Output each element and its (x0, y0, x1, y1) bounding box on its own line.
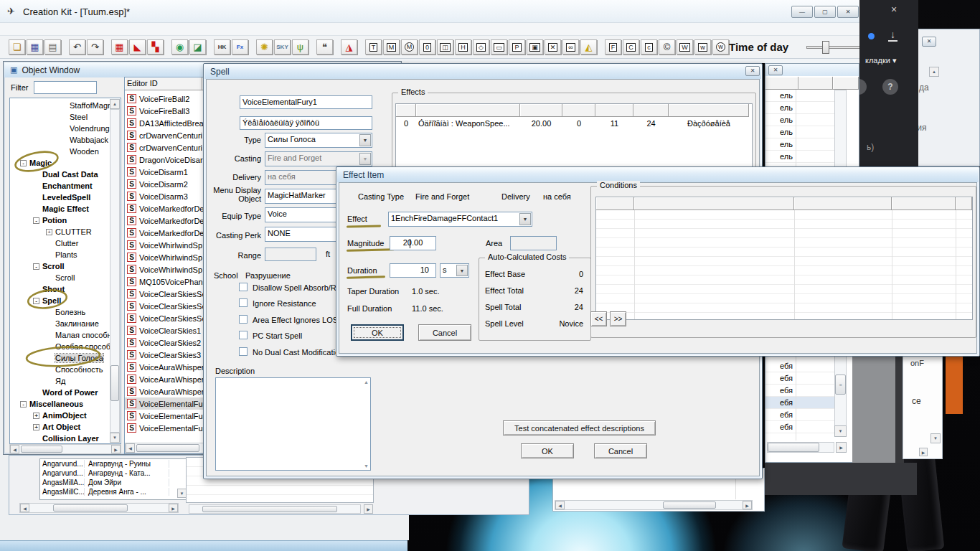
effect-dropdown[interactable]: 1EnchFireDamageFFContact1▼ (388, 212, 532, 227)
duration-unit-dropdown[interactable]: s▼ (440, 263, 469, 278)
column-header[interactable] (416, 104, 520, 117)
tree-item[interactable]: +AnimObject (10, 410, 121, 421)
tree-expander-icon[interactable]: + (46, 229, 52, 235)
disallow-absorb-checkbox[interactable] (239, 283, 248, 291)
scroll-right-icon[interactable]: ▶ (111, 445, 121, 453)
ignore-resistance-checkbox[interactable] (239, 298, 248, 307)
column-header[interactable] (396, 104, 416, 117)
scrollbar-thumb[interactable] (202, 506, 337, 512)
menu-item[interactable] (83, 29, 99, 30)
close-icon[interactable]: ✕ (745, 66, 760, 76)
tree-expander-icon[interactable]: - (33, 298, 39, 304)
dialogue-icon[interactable]: ❝ (316, 39, 333, 55)
cell-row[interactable]: Angarvund...Ангарвунд - Руины (40, 459, 188, 468)
zero-weight-icon[interactable]: 0 (419, 39, 435, 55)
cube-w-icon[interactable]: w (694, 39, 711, 55)
door-teleport-icon[interactable]: H (455, 39, 471, 55)
cancel-button[interactable]: Cancel (594, 443, 647, 458)
room-marker-icon[interactable]: ▭ (491, 39, 507, 55)
effect-row[interactable]: 0 Óäříĩăíàì : WeaponSpee... 20.00 0 11 2… (396, 117, 752, 129)
tree-item[interactable]: -Spell (10, 295, 121, 306)
tree-item[interactable]: Magic Effect (10, 203, 121, 215)
snap-grid-icon[interactable]: ▦ (111, 39, 128, 55)
horizontal-scrollbar[interactable]: ◀ ▶ (19, 503, 179, 513)
close-icon[interactable]: ✕ (768, 65, 783, 75)
list-row[interactable]: ебя (765, 360, 834, 372)
light-cone-icon[interactable]: ◭ (580, 39, 597, 55)
bookmarks-label[interactable]: кладки ▾ (865, 56, 896, 65)
menu-item[interactable] (4, 29, 20, 30)
tree-item[interactable]: LeveledSpell (10, 192, 121, 203)
cube-outline-icon[interactable]: ◇ (473, 39, 489, 55)
column-header[interactable] (596, 197, 634, 210)
scrollbar-thumb[interactable] (768, 443, 819, 452)
list-row[interactable]: ебя (765, 372, 834, 385)
menu-item[interactable] (115, 29, 131, 30)
scroll-right-icon[interactable]: ▶ (919, 448, 928, 456)
dialog-titlebar[interactable]: Spell (204, 65, 761, 79)
havok-icon[interactable]: HK (214, 39, 230, 55)
landscape-icon[interactable]: ◪ (189, 39, 206, 55)
furniture-icon[interactable]: T (365, 39, 382, 55)
minimize-button[interactable]: — (791, 6, 813, 18)
time-of-day-slider-thumb[interactable] (822, 41, 829, 54)
furniture-f-icon[interactable]: F (605, 39, 621, 55)
scroll-left-icon[interactable]: ◀ (126, 443, 135, 453)
column-header[interactable] (520, 104, 562, 117)
tree-item[interactable]: -Potion (10, 215, 121, 226)
filter-input[interactable] (34, 81, 97, 94)
open-file-icon[interactable]: ❏ (9, 39, 25, 55)
scrollbar-thumb[interactable]: ≡ (835, 375, 846, 395)
list-row[interactable]: ель (765, 102, 834, 114)
chevron-down-icon[interactable]: ▼ (359, 134, 371, 146)
cancel-button[interactable]: Cancel (418, 324, 471, 341)
scrollbar-thumb[interactable] (136, 444, 199, 452)
tree-expander-icon[interactable]: - (33, 217, 39, 224)
scroll-right-icon[interactable]: ▶ (364, 504, 373, 514)
menu-item[interactable] (20, 29, 36, 30)
circle-w-icon[interactable]: w (712, 39, 729, 55)
scroll-left-icon[interactable]: ◀ (10, 445, 19, 453)
list-row[interactable]: ель (765, 90, 834, 102)
cube-c-icon[interactable]: c (641, 39, 657, 55)
tree-item[interactable]: -Magic (10, 157, 121, 169)
list-row[interactable]: ебя (765, 385, 834, 397)
tree-item[interactable]: Steel (10, 111, 121, 123)
list-row[interactable]: ель (765, 114, 834, 126)
duration-input[interactable]: 10 (390, 263, 436, 278)
partial-icon[interactable] (859, 79, 867, 95)
chevron-down-icon[interactable]: ▼ (519, 213, 531, 225)
preferences-icon[interactable]: ▤ (44, 39, 61, 55)
column-header[interactable] (669, 104, 749, 117)
scroll-down-icon[interactable]: ▼ (930, 433, 941, 443)
tree-item[interactable]: Clutter (10, 237, 121, 249)
tree-item[interactable]: Заклинание (10, 318, 121, 329)
undo-icon[interactable]: ↶ (69, 39, 85, 55)
maximize-button[interactable]: ▢ (814, 6, 836, 18)
column-header[interactable] (633, 104, 669, 117)
grass-icon[interactable]: ψ (292, 39, 308, 55)
test-descriptions-button[interactable]: Test concatenated effect descriptions (503, 420, 656, 435)
tree-item[interactable]: Способность (10, 364, 121, 375)
column-header[interactable] (562, 104, 595, 117)
scroll-up-icon[interactable]: ▲ (929, 67, 939, 77)
tree-item[interactable]: Dual Cast Data (10, 169, 121, 180)
list-row[interactable]: ель (765, 126, 834, 138)
water-fx-icon[interactable]: Fx (232, 39, 248, 55)
list-row[interactable]: ель (765, 138, 834, 151)
name-input[interactable]: Ýëåìåíòàëüíàÿ ÿðîñòü (240, 116, 372, 130)
multibound-icon[interactable]: ▣ (527, 39, 543, 55)
tree-expander-icon[interactable]: - (33, 263, 39, 270)
chevron-down-icon[interactable]: ▼ (456, 265, 468, 276)
column-header[interactable] (798, 77, 833, 90)
tree-item[interactable]: Wabbajack (10, 134, 121, 146)
ok-button[interactable]: OK (351, 324, 404, 341)
ok-button[interactable]: OK (521, 443, 574, 458)
type-dropdown[interactable]: Силы Голоса▼ (265, 133, 372, 148)
cube-icon[interactable]: ◫ (437, 39, 453, 55)
list-row[interactable]: ебя (765, 397, 834, 409)
close-button[interactable]: ✕ (837, 6, 859, 18)
cell-row[interactable]: Angarvund...Ангарвунд - Ката... (40, 468, 188, 478)
close-icon[interactable]: ✕ (922, 37, 936, 47)
close-icon[interactable]: × (891, 4, 897, 15)
